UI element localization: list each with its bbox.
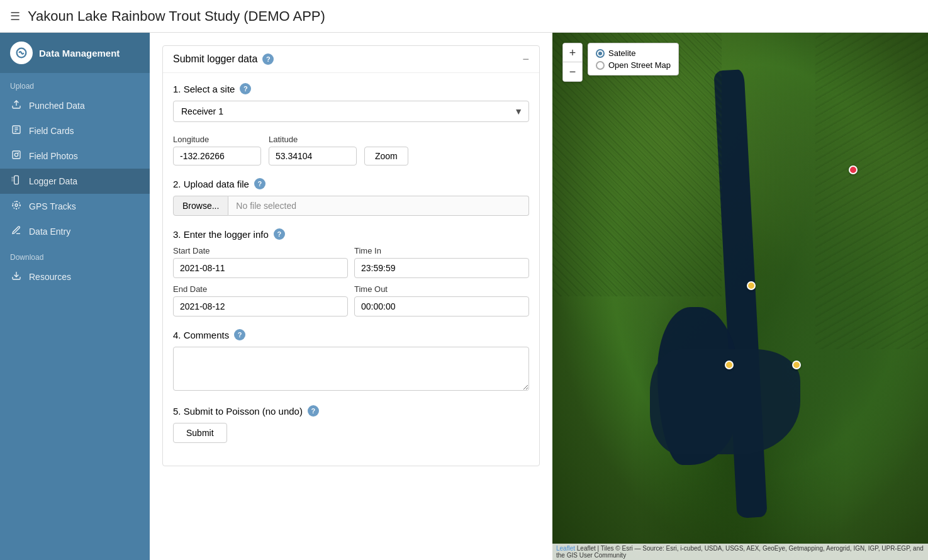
sidebar: Data Management Upload Punched Data Fiel… xyxy=(0,33,150,560)
submit-button[interactable]: Submit xyxy=(173,423,227,443)
minimize-button[interactable]: − xyxy=(522,53,529,65)
step2-help-icon[interactable]: ? xyxy=(254,178,266,189)
osm-layer-option[interactable]: Open Street Map xyxy=(596,60,671,70)
step4-section: 4. Comments ? xyxy=(173,329,529,393)
map-background xyxy=(552,33,928,560)
coord-row: Longitude Latitude Zoom xyxy=(173,135,529,165)
end-date-label: End Date xyxy=(173,284,348,294)
main-content: Submit logger data ? − 1. Select a site … xyxy=(150,33,928,560)
step1-section: 1. Select a site ? Receiver 1Receiver 2R… xyxy=(173,83,529,122)
card-header: Submit logger data ? − xyxy=(163,46,539,73)
upload-icon xyxy=(10,99,23,112)
browse-button[interactable]: Browse... xyxy=(173,196,228,216)
step2-title: 2. Upload data file ? xyxy=(173,178,529,189)
svg-rect-9 xyxy=(14,176,19,184)
gps-tracks-icon xyxy=(10,200,23,213)
start-date-input[interactable] xyxy=(173,258,348,278)
step4-title-text: 4. Comments xyxy=(173,330,229,340)
site-select-wrapper: Receiver 1Receiver 2Receiver 3 ▼ xyxy=(173,101,529,122)
step3-section: 3. Enter the logger info ? Start Date Ti… xyxy=(173,228,529,316)
sidebar-item-logger-data-label: Logger Data xyxy=(29,176,77,186)
sidebar-item-field-cards[interactable]: Field Cards xyxy=(0,118,150,143)
time-out-label: Time Out xyxy=(354,284,529,294)
step2-title-text: 2. Upload data file xyxy=(173,179,249,189)
step4-help-icon[interactable]: ? xyxy=(234,329,245,340)
submit-logger-card: Submit logger data ? − 1. Select a site … xyxy=(162,45,540,466)
card-help-icon[interactable]: ? xyxy=(262,53,274,65)
step1-title-text: 1. Select a site xyxy=(173,84,235,94)
satellite-layer-option[interactable]: Satelite xyxy=(596,48,671,58)
coordinates-section: Longitude Latitude Zoom xyxy=(173,135,529,165)
resources-icon xyxy=(10,271,23,283)
start-date-group: Start Date xyxy=(173,246,348,278)
time-in-group: Time In xyxy=(354,246,529,278)
map-zoom-out-button[interactable]: − xyxy=(563,62,582,81)
sidebar-logo-text: Data Management xyxy=(39,48,120,59)
time-out-input[interactable] xyxy=(354,296,529,316)
leaflet-link[interactable]: Leaflet xyxy=(556,545,575,552)
card-body: 1. Select a site ? Receiver 1Receiver 2R… xyxy=(163,73,539,466)
sidebar-item-data-entry[interactable]: Data Entry xyxy=(0,219,150,244)
field-photos-icon xyxy=(10,150,23,162)
card-title-text: Submit logger data xyxy=(173,53,257,65)
map-zoom-in-button[interactable]: + xyxy=(563,43,582,62)
site-select[interactable]: Receiver 1Receiver 2Receiver 3 xyxy=(173,101,529,122)
sidebar-item-logger-data[interactable]: Logger Data xyxy=(0,169,150,194)
menu-icon[interactable]: ☰ xyxy=(10,9,20,23)
comments-textarea[interactable] xyxy=(173,347,529,391)
latitude-input[interactable] xyxy=(269,147,357,165)
satellite-radio[interactable] xyxy=(596,49,605,58)
latitude-group: Latitude xyxy=(269,135,357,165)
time-in-input[interactable] xyxy=(354,258,529,278)
osm-radio[interactable] xyxy=(596,61,605,70)
sidebar-item-field-photos-label: Field Photos xyxy=(29,151,78,161)
step3-help-icon[interactable]: ? xyxy=(274,228,285,240)
step5-section: 5. Submit to Poisson (no undo) ? Submit xyxy=(173,405,529,443)
svg-point-7 xyxy=(14,153,18,156)
step3-title: 3. Enter the logger info ? xyxy=(173,228,529,240)
sidebar-item-gps-tracks-label: GPS Tracks xyxy=(29,201,76,211)
sidebar-item-field-photos[interactable]: Field Photos xyxy=(0,143,150,169)
map-container[interactable]: + − Satelite Open Street Map xyxy=(552,33,928,560)
data-entry-icon xyxy=(10,225,23,238)
sidebar-logo: Data Management xyxy=(0,33,150,73)
sidebar-item-gps-tracks[interactable]: GPS Tracks xyxy=(0,194,150,219)
step2-section: 2. Upload data file ? Browse... No file … xyxy=(173,178,529,216)
sidebar-upload-label: Upload xyxy=(0,73,150,93)
sidebar-item-data-entry-label: Data Entry xyxy=(29,227,70,237)
layer-switcher: Satelite Open Street Map xyxy=(588,43,679,76)
end-date-group: End Date xyxy=(173,284,348,316)
longitude-group: Longitude xyxy=(173,135,261,165)
latitude-label: Latitude xyxy=(269,135,357,144)
sidebar-item-resources-label: Resources xyxy=(29,272,71,282)
svg-rect-6 xyxy=(13,151,20,159)
field-cards-icon xyxy=(10,125,23,137)
step5-help-icon[interactable]: ? xyxy=(308,405,319,417)
longitude-input[interactable] xyxy=(173,147,261,165)
form-panel: Submit logger data ? − 1. Select a site … xyxy=(150,33,552,560)
svg-point-12 xyxy=(13,201,20,209)
sidebar-item-resources[interactable]: Resources xyxy=(0,264,150,289)
attribution-text: Leaflet | Tiles © Esri — Source: Esri, i… xyxy=(556,545,924,559)
satellite-label: Satelite xyxy=(608,48,635,58)
zoom-button[interactable]: Zoom xyxy=(364,147,408,165)
sidebar-item-punched-data[interactable]: Punched Data xyxy=(0,93,150,118)
end-date-input[interactable] xyxy=(173,296,348,316)
map-marker-red[interactable] xyxy=(849,165,858,174)
app-title: Yakoun Lake Rainbow Trout Study (DEMO AP… xyxy=(28,8,325,25)
step3-title-text: 3. Enter the logger info xyxy=(173,229,269,240)
step1-help-icon[interactable]: ? xyxy=(240,83,251,94)
sidebar-download-label: Download xyxy=(0,244,150,264)
logger-grid: Start Date Time In End Date xyxy=(173,246,529,316)
map-marker-yellow-1[interactable] xyxy=(747,281,756,290)
longitude-label: Longitude xyxy=(173,135,261,144)
map-panel: + − Satelite Open Street Map xyxy=(552,33,928,560)
time-out-group: Time Out xyxy=(354,284,529,316)
map-marker-yellow-2[interactable] xyxy=(725,361,734,369)
osm-label: Open Street Map xyxy=(608,60,671,70)
map-zoom-controls: + − xyxy=(562,43,583,82)
map-marker-yellow-3[interactable] xyxy=(792,361,801,369)
step5-title-text: 5. Submit to Poisson (no undo) xyxy=(173,406,303,417)
svg-point-11 xyxy=(15,204,18,206)
step4-title: 4. Comments ? xyxy=(173,329,529,340)
